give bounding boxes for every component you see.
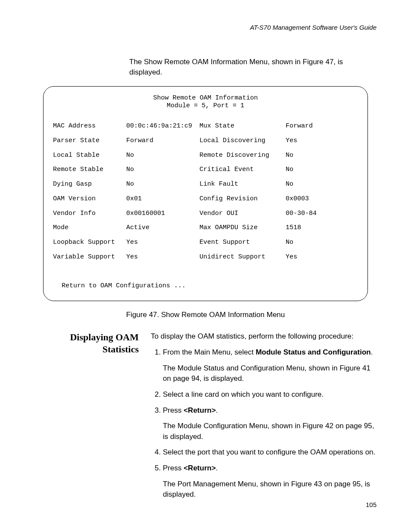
section-columns: Displaying OAM Statistics To display the… xyxy=(34,331,377,505)
menu-label: Local Stable xyxy=(53,152,126,160)
menu-value: 0x0003 xyxy=(286,195,358,203)
menu-value: No xyxy=(286,180,358,189)
menu-title: Show Remote OAM Information Module = 5, … xyxy=(53,94,358,111)
menu-title-l2: Module = 5, Port = 1 xyxy=(53,102,358,110)
step-text-pre: Press xyxy=(163,464,184,472)
menu-grid: MAC Address 00:0c:46:9a:21:c9 Mux State … xyxy=(53,122,358,261)
oam-info-menu-box: Show Remote OAM Information Module = 5, … xyxy=(43,86,368,302)
section-heading: Displaying OAM Statistics xyxy=(34,331,151,355)
menu-value: Yes xyxy=(286,253,358,261)
step-note: The Module Configuration Menu, shown in … xyxy=(163,421,377,442)
section-intro: To display the OAM statistics, perform t… xyxy=(151,331,377,342)
menu-value: No xyxy=(126,166,199,174)
section-body: To display the OAM statistics, perform t… xyxy=(151,331,377,505)
menu-value: No xyxy=(286,152,358,160)
step-text-pre: Press xyxy=(163,406,184,414)
section-heading-l1: Displaying OAM xyxy=(34,331,139,343)
menu-value: 0x01 xyxy=(126,195,199,203)
step-text-post: . xyxy=(216,406,218,414)
step-text: Select the port that you want to configu… xyxy=(163,448,375,456)
procedure-steps: From the Main Menu, select Module Status… xyxy=(151,347,377,500)
menu-label: Mux State xyxy=(199,122,286,131)
menu-value: 00:0c:46:9a:21:c9 xyxy=(126,122,199,131)
menu-label: Event Support xyxy=(199,239,286,247)
menu-label: OAM Version xyxy=(53,195,126,203)
step-text-pre: From the Main Menu, select xyxy=(163,348,255,356)
menu-value: Forward xyxy=(286,122,358,131)
step-1: From the Main Menu, select Module Status… xyxy=(163,347,377,384)
menu-value: Forward xyxy=(126,137,199,145)
menu-label: Remote Discovering xyxy=(199,152,286,160)
menu-value: 00-30-84 xyxy=(286,210,358,218)
step-3: Press <Return>. The Module Configuration… xyxy=(163,405,377,442)
intro-text: The Show Remote OAM Information Menu, sh… xyxy=(129,58,343,76)
step-text-post: . xyxy=(371,348,373,356)
step-text-bold: <Return> xyxy=(184,406,216,414)
menu-label: Max OAMPDU Size xyxy=(199,224,286,232)
menu-value: 1518 xyxy=(286,224,358,232)
menu-label: Critical Event xyxy=(199,166,286,174)
menu-label: Loopback Support xyxy=(53,239,126,247)
step-text-bold: <Return> xyxy=(184,464,216,472)
menu-label: Vendor Info xyxy=(53,210,126,218)
step-5: Press <Return>. The Port Management Menu… xyxy=(163,463,377,500)
page-header: AT-S70 Management Software User's Guide xyxy=(34,24,377,31)
menu-label: MAC Address xyxy=(53,122,126,131)
menu-value: No xyxy=(286,239,358,247)
menu-value: Yes xyxy=(286,137,358,145)
menu-value: No xyxy=(126,152,199,160)
section-heading-l2: Statistics xyxy=(34,343,139,355)
menu-value: Active xyxy=(126,224,199,232)
page-number: 105 xyxy=(366,501,377,508)
step-4: Select the port that you want to configu… xyxy=(163,447,377,458)
menu-label: Mode xyxy=(53,224,126,232)
menu-value: Yes xyxy=(126,253,199,261)
menu-return-line: Return to OAM Configurations ... xyxy=(62,282,358,290)
figure-caption: Figure 47. Show Remote OAM Information M… xyxy=(34,311,377,319)
menu-label: Local Discovering xyxy=(199,137,286,145)
guide-title: AT-S70 Management Software User's Guide xyxy=(250,24,377,31)
menu-label: Link Fault xyxy=(199,180,286,189)
menu-value: 0x00160001 xyxy=(126,210,199,218)
step-note: The Module Status and Configuration Menu… xyxy=(163,363,377,384)
menu-label: Dying Gasp xyxy=(53,180,126,189)
menu-title-l1: Show Remote OAM Information xyxy=(53,94,358,103)
intro-paragraph: The Show Remote OAM Information Menu, sh… xyxy=(129,57,377,78)
menu-label: Unidirect Support xyxy=(199,253,286,261)
menu-label: Config Revision xyxy=(199,195,286,203)
step-note: The Port Management Menu, shown in Figur… xyxy=(163,479,377,500)
menu-value: No xyxy=(286,166,358,174)
menu-label: Parser State xyxy=(53,137,126,145)
menu-value: Yes xyxy=(126,239,199,247)
menu-value: No xyxy=(126,180,199,189)
step-text-bold: Module Status and Configuration xyxy=(255,348,371,356)
step-text: Select a line card on which you want to … xyxy=(163,390,324,398)
menu-label: Variable Support xyxy=(53,253,126,261)
menu-label: Vendor OUI xyxy=(199,210,286,218)
step-text-post: . xyxy=(216,464,218,472)
step-2: Select a line card on which you want to … xyxy=(163,389,377,400)
menu-label: Remote Stable xyxy=(53,166,126,174)
